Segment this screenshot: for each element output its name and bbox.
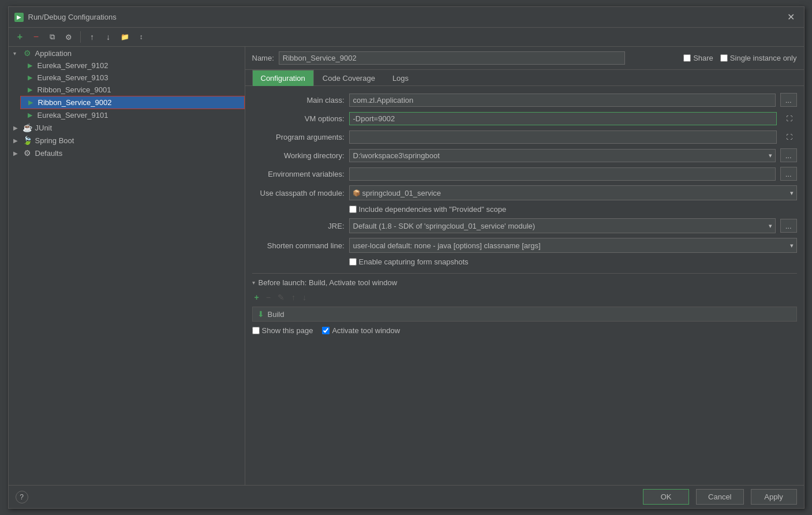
share-checkbox[interactable]: [683, 54, 691, 62]
classpath-row: Use classpath of module: springcloud_01_…: [252, 185, 797, 200]
bottom-button-row: ? OK Cancel Apply: [9, 485, 804, 508]
run-icon-ribbon-9001: ▶: [25, 86, 35, 94]
move-up-button[interactable]: ↑: [85, 30, 99, 44]
activate-tool-window-checkbox[interactable]: [322, 327, 330, 334]
shorten-select[interactable]: user-local default: none - java [options…: [349, 238, 797, 253]
tree-arrow-defaults: ▶: [13, 150, 20, 156]
tree-node-junit[interactable]: ▶ ☕ JUnit: [9, 121, 245, 134]
include-deps-checkbox-label[interactable]: Include dependencies with "Provided" sco…: [349, 205, 507, 214]
show-page-checkbox-label[interactable]: Show this page: [252, 326, 313, 335]
copy-config-button[interactable]: ⧉: [46, 30, 59, 44]
single-instance-label: Single instance only: [730, 54, 797, 62]
tab-code-coverage[interactable]: Code Coverage: [314, 70, 384, 86]
application-children: ▶ Eureka_Server_9102 ▶ Eureka_Server_910…: [9, 59, 245, 121]
toolbar-separator: [80, 31, 81, 43]
working-dir-row: Working directory: ...: [252, 148, 797, 162]
jre-browse-button[interactable]: ...: [780, 219, 797, 233]
config-panel: Main class: ... VM options: ⛶: [245, 86, 804, 485]
title-bar-left: ▶ Run/Debug Configurations: [14, 13, 117, 22]
tree-item-eureka-9103[interactable]: ▶ Eureka_Server_9103: [20, 72, 245, 84]
apply-button[interactable]: Apply: [751, 489, 797, 505]
program-args-input[interactable]: [349, 130, 777, 144]
ribbon-9002-label: Ribbon_Service_9002: [38, 98, 112, 107]
move-down-button[interactable]: ↓: [102, 30, 115, 44]
enable-snapshots-checkbox-label[interactable]: Enable capturing form snapshots: [349, 258, 469, 266]
main-class-row: Main class: ...: [252, 93, 797, 107]
main-class-browse-button[interactable]: ...: [780, 93, 797, 107]
tree-node-spring-boot[interactable]: ▶ 🍃 Spring Boot: [9, 134, 245, 147]
title-bar: ▶ Run/Debug Configurations ✕: [9, 7, 804, 28]
bl-add-button[interactable]: +: [252, 292, 261, 303]
ok-button[interactable]: OK: [643, 489, 689, 505]
junit-label: JUnit: [35, 124, 53, 132]
help-button[interactable]: ?: [16, 491, 28, 503]
sort-button[interactable]: ↕: [134, 30, 148, 44]
bl-edit-button[interactable]: ✎: [275, 292, 287, 303]
program-args-label: Program arguments:: [252, 133, 345, 141]
before-launch-header: ▾ Before launch: Build, Activate tool wi…: [252, 278, 797, 287]
enable-snapshots-checkbox[interactable]: [349, 258, 357, 266]
junit-icon: ☕: [23, 123, 33, 132]
tabs-container: Configuration Code Coverage Logs: [245, 70, 804, 86]
single-instance-checkbox[interactable]: [720, 54, 728, 62]
include-deps-checkbox[interactable]: [349, 206, 357, 213]
defaults-label: Defaults: [35, 149, 63, 158]
jre-select[interactable]: Default (1.8 - SDK of 'springcloud_01_se…: [349, 218, 776, 233]
folder-button[interactable]: 📁: [118, 30, 132, 44]
program-args-expand-button[interactable]: ⛶: [781, 130, 797, 144]
close-button[interactable]: ✕: [784, 10, 798, 24]
include-deps-label: Include dependencies with "Provided" sco…: [359, 205, 507, 214]
env-vars-row: Environment variables: ...: [252, 167, 797, 181]
vm-options-expand-button[interactable]: ⛶: [781, 111, 797, 125]
tab-configuration[interactable]: Configuration: [252, 70, 314, 86]
share-label: Share: [693, 54, 713, 62]
tree-item-ribbon-9001[interactable]: ▶ Ribbon_Service_9001: [20, 84, 245, 96]
working-dir-browse-button[interactable]: ...: [780, 148, 797, 162]
activate-tool-window-checkbox-label[interactable]: Activate tool window: [322, 326, 400, 335]
tree-item-eureka-9101[interactable]: ▶ Eureka_Server_9101: [20, 109, 245, 121]
build-item: ⬇ Build: [252, 307, 797, 322]
bl-remove-button[interactable]: −: [264, 292, 273, 303]
remove-config-button[interactable]: −: [29, 30, 43, 44]
main-class-label: Main class:: [252, 96, 345, 105]
tree-arrow-junit: ▶: [13, 125, 20, 131]
settings-button[interactable]: ⚙: [62, 30, 76, 44]
application-icon: ⚙: [23, 48, 33, 58]
enable-snapshots-label: Enable capturing form snapshots: [359, 258, 469, 266]
single-instance-checkbox-label[interactable]: Single instance only: [720, 54, 797, 62]
name-input[interactable]: [279, 51, 625, 65]
working-dir-input[interactable]: [349, 149, 776, 162]
run-icon-eureka-9101: ▶: [25, 111, 35, 119]
tree-arrow-application: ▾: [13, 50, 20, 57]
tree-item-ribbon-9002[interactable]: ▶ Ribbon_Service_9002: [20, 96, 245, 109]
section-divider: [252, 273, 797, 274]
cancel-button[interactable]: Cancel: [696, 489, 743, 505]
bl-up-button[interactable]: ↑: [289, 292, 298, 303]
run-icon-ribbon-9002: ▶: [25, 99, 36, 106]
share-row: Share Single instance only: [683, 54, 796, 62]
activate-tool-window-label: Activate tool window: [332, 326, 400, 335]
build-label: Build: [268, 310, 285, 319]
before-launch-toolbar: + − ✎ ↑ ↓: [252, 292, 797, 303]
run-icon-9103: ▶: [25, 74, 35, 81]
classpath-label: Use classpath of module:: [252, 189, 345, 197]
classpath-select[interactable]: springcloud_01_service: [349, 185, 797, 200]
add-config-button[interactable]: +: [13, 30, 27, 44]
show-page-label: Show this page: [262, 326, 313, 335]
tab-logs[interactable]: Logs: [384, 70, 417, 86]
tree-node-application[interactable]: ▾ ⚙ Application: [9, 47, 245, 59]
program-args-row: Program arguments: ⛶: [252, 130, 797, 144]
tree-item-eureka-9102[interactable]: ▶ Eureka_Server_9102: [20, 59, 245, 72]
env-vars-browse-button[interactable]: ...: [780, 167, 797, 181]
main-class-input[interactable]: [349, 94, 776, 107]
tree-node-defaults[interactable]: ▶ ⚙ Defaults: [9, 147, 245, 159]
bl-down-button[interactable]: ↓: [300, 292, 309, 303]
vm-options-input[interactable]: [349, 112, 777, 125]
main-content: ▾ ⚙ Application ▶ Eureka_Server_9102 ▶ E…: [9, 47, 804, 485]
share-checkbox-label[interactable]: Share: [683, 54, 713, 62]
defaults-icon: ⚙: [23, 148, 33, 158]
show-page-checkbox[interactable]: [252, 327, 260, 334]
spring-boot-icon: 🍃: [23, 136, 33, 145]
env-vars-input[interactable]: [349, 167, 776, 181]
name-label: Name:: [252, 54, 274, 62]
